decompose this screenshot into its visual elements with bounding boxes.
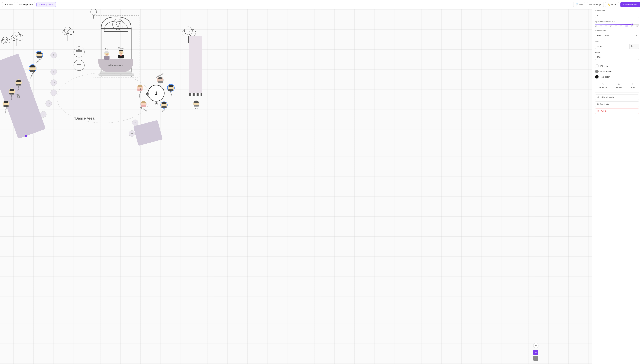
small-table-11[interactable]: 11 [51,90,57,96]
bride-avatar: Bride [103,48,111,60]
svg-point-3 [2,37,8,42]
stage-right [189,36,202,96]
person-a-ne: A Ne [193,100,199,109]
person-best-man: Best Man [167,84,174,94]
groom-avatar: Groom [117,47,125,60]
rotation-handle[interactable] [155,102,158,105]
bride-label: Bride [103,48,111,50]
table-5-label: 5 [16,92,21,100]
close-button[interactable]: ✕ Close [2,2,15,7]
groom-figure [117,50,125,59]
svg-point-5 [1,40,5,44]
svg-rect-58 [194,105,199,106]
small-table-18[interactable]: 18 [129,130,135,134]
dance-area-boundary [55,71,152,124]
svg-rect-48 [158,81,163,83]
person-darrel-frye: Darrel Frye [8,88,16,98]
person-kirstin-frye: Kirstin Frye [15,79,23,88]
svg-rect-39 [104,56,110,60]
tree-left-2 [10,31,25,48]
catering-mode-button[interactable]: Catering mode [37,2,56,7]
table-1-arrow[interactable]: ◀ [146,92,150,96]
bride-groom-table: Bride & Groom [98,58,133,72]
svg-point-46 [57,73,150,123]
person-maid-of-honor: Maid-of-honor [155,74,165,84]
person-michele-frye: Michele Frye [139,101,148,110]
groom-label: Groom [117,47,125,49]
catering-mode-label: Catering mode [39,3,53,6]
svg-point-45 [122,52,122,53]
toolbar: ✕ Close Seating mode Catering mode 📄 Fil… [0,0,214,9]
seating-mode-button[interactable]: Seating mode [17,2,35,7]
person-olivia-duke: Olivia Duke [36,51,43,61]
svg-point-23 [74,60,84,71]
svg-rect-56 [161,106,166,108]
svg-point-0 [91,9,97,15]
bride-groom-label: Bride & Groom [108,64,124,67]
close-label: Close [7,3,13,6]
cake-icon [73,60,85,71]
svg-point-15 [184,27,192,35]
close-icon: ✕ [5,3,6,6]
svg-point-13 [63,30,68,35]
canvas: Bride & Groom Bride Groom [0,9,214,134]
svg-point-44 [120,52,121,53]
person-johanna-lowe: Johanna Lowe [135,84,145,94]
small-table-14-right[interactable]: 14 [132,120,138,126]
svg-point-9 [11,35,17,40]
small-table-12[interactable]: 12 [46,100,52,107]
svg-point-27 [79,62,79,63]
piano-keys [189,93,202,96]
table-1[interactable]: 1 [148,85,164,102]
gift-icon [73,46,85,58]
table-1-label: 1 [155,90,157,96]
svg-point-40 [106,54,106,54]
small-table-10[interactable]: 10 [51,80,57,86]
person-den-houston: den Houston [2,100,10,110]
person-gregor-benitez: Gregor Benitez [28,64,38,75]
svg-point-41 [108,54,108,54]
tree-center-left [62,26,75,43]
seating-mode-label: Seating mode [19,3,33,6]
table-5-rect[interactable]: 5 [0,54,46,134]
svg-rect-54 [141,105,146,107]
small-table-8[interactable]: 8 [51,52,57,58]
dance-area-label: Dance Area [75,116,94,120]
svg-point-4 [6,39,10,43]
small-table-9[interactable]: 9 [51,69,57,75]
person-kit-carr: Kit Carr [160,102,167,111]
svg-point-12 [68,29,74,34]
bride-figure [103,50,111,60]
